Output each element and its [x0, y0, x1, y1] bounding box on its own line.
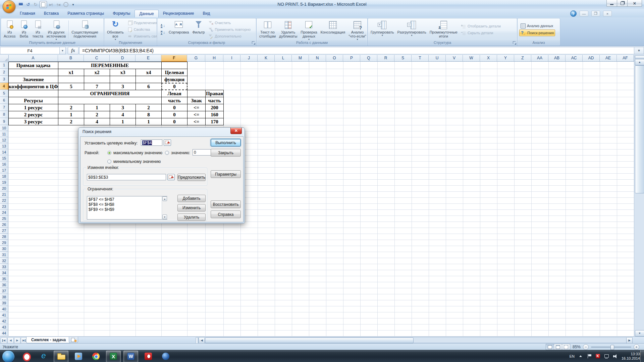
- scroll-up-icon[interactable]: ▲: [635, 59, 644, 65]
- cell-d9[interactable]: 1: [110, 118, 136, 125]
- cell-h6[interactable]: часть: [205, 97, 224, 104]
- row-header-34[interactable]: 34: [0, 270, 8, 276]
- constraint-item[interactable]: $F$8 <= $H$8: [89, 202, 167, 207]
- taskbar-button-excel[interactable]: [106, 351, 121, 362]
- cell-b8[interactable]: 1: [58, 111, 84, 118]
- row-header-30[interactable]: 30: [0, 246, 8, 252]
- column-header-q[interactable]: Q: [360, 55, 377, 62]
- office-button[interactable]: [3, 0, 15, 13]
- cell-f9[interactable]: 0: [161, 118, 187, 125]
- cell-a2[interactable]: [8, 69, 58, 76]
- row-header-42[interactable]: 42: [0, 318, 8, 324]
- taskbar-button-word[interactable]: [123, 351, 138, 362]
- change-constraint-button[interactable]: Изменить: [177, 204, 206, 212]
- cell-d8[interactable]: 4: [110, 111, 136, 118]
- column-header-af[interactable]: AF: [617, 55, 634, 62]
- options-button[interactable]: Параметры: [211, 170, 241, 178]
- radio-value[interactable]: [165, 151, 169, 155]
- row-header-36[interactable]: 36: [0, 282, 8, 288]
- cell-f5[interactable]: Левая: [161, 90, 187, 97]
- row-header-26[interactable]: 26: [0, 222, 8, 228]
- row-header-19[interactable]: 19: [0, 179, 8, 185]
- row-header-27[interactable]: 27: [0, 228, 8, 234]
- row-header-21[interactable]: 21: [0, 191, 8, 197]
- row-header-5[interactable]: 5: [0, 90, 8, 97]
- cell-h9[interactable]: 170: [205, 118, 224, 125]
- cell-g6[interactable]: Знак: [187, 97, 206, 104]
- horizontal-scroll-track[interactable]: [205, 337, 626, 343]
- ribbon-tab-вид[interactable]: Вид: [198, 10, 214, 17]
- zoom-out-icon[interactable]: −: [583, 344, 589, 350]
- ribbon-button-sort-az[interactable]: [159, 23, 166, 29]
- cell-a3[interactable]: Значение: [8, 76, 58, 83]
- ribbon-button-обновить-все[interactable]: Обновитьвсе▾: [105, 19, 125, 40]
- name-box[interactable]: F4: [0, 47, 60, 54]
- cell-e4[interactable]: 6: [136, 83, 162, 90]
- language-indicator[interactable]: EN: [570, 354, 575, 358]
- cell-g7[interactable]: <=: [187, 104, 206, 111]
- solver-dialog[interactable]: Поиск решения ✕ Установить целевую ячейк…: [78, 127, 245, 224]
- cell-f1[interactable]: [161, 62, 187, 69]
- row-header-44[interactable]: 44: [0, 330, 8, 336]
- cell-e8[interactable]: 8: [136, 111, 162, 118]
- cell-g8[interactable]: <=: [187, 111, 206, 118]
- ribbon-button-sort-za[interactable]: [159, 30, 166, 36]
- close-button[interactable]: [627, 0, 642, 7]
- row-header-20[interactable]: 20: [0, 185, 8, 191]
- ribbon-button-удалить-дубликаты[interactable]: Удалитьдубликаты: [277, 19, 299, 40]
- row-header-31[interactable]: 31: [0, 252, 8, 258]
- ribbon-button-из-веба[interactable]: ИзВеба: [17, 19, 31, 40]
- add-constraint-button[interactable]: Добавить: [177, 195, 206, 202]
- formula-input[interactable]: =СУММПРОИЗВ(B$3:E$3;B4:E4): [79, 47, 634, 54]
- ribbon-tab-рецензирование[interactable]: Рецензирование: [159, 10, 199, 17]
- volume-icon[interactable]: [613, 354, 618, 359]
- cell-c2[interactable]: x2: [84, 69, 110, 76]
- constraints-list[interactable]: $F$7 <= $H$7$F$8 <= $H$8$F$9 <= $H$9: [87, 196, 167, 220]
- ribbon-tab-формулы[interactable]: Формулы: [108, 10, 135, 17]
- taskbar-button-chrome[interactable]: [89, 351, 103, 362]
- column-header-f[interactable]: F: [161, 55, 187, 62]
- column-header-i[interactable]: I: [223, 55, 240, 62]
- scroll-right-icon[interactable]: ▶: [626, 337, 633, 344]
- column-header-g[interactable]: G: [187, 55, 205, 62]
- ribbon-button-из-текста[interactable]: Изтекста: [31, 19, 45, 40]
- row-header-9[interactable]: 9: [0, 118, 8, 125]
- column-header-l[interactable]: L: [275, 55, 292, 62]
- column-header-h[interactable]: H: [205, 55, 223, 62]
- ribbon-button-группировать[interactable]: Группировать▾: [369, 19, 396, 40]
- cell-b5[interactable]: ОГРАНИЧЕНИЯ: [58, 90, 162, 97]
- ribbon-button-анализ-что-если[interactable]: Анализ"что-если"▾: [347, 19, 368, 40]
- cell-f8[interactable]: 0: [161, 111, 187, 118]
- column-header-v[interactable]: V: [446, 55, 463, 62]
- column-header-w[interactable]: W: [463, 55, 480, 62]
- range-picker-icon[interactable]: [164, 139, 171, 146]
- column-header-a[interactable]: A: [8, 55, 58, 62]
- ribbon-button-сортировка[interactable]: Сортировка: [167, 19, 191, 40]
- help-icon[interactable]: ?: [570, 10, 577, 17]
- ribbon-button-промежуточные-итоги[interactable]: Промежуточныеитоги: [428, 19, 459, 40]
- column-header-p[interactable]: P: [343, 55, 360, 62]
- show-desktop-button[interactable]: [640, 350, 644, 362]
- row-header-7[interactable]: 7: [0, 104, 8, 111]
- select-all-corner[interactable]: [0, 55, 9, 62]
- column-header-z[interactable]: Z: [514, 55, 531, 62]
- column-header-t[interactable]: T: [412, 55, 429, 62]
- expand-formula-bar-icon[interactable]: ▼: [634, 47, 644, 54]
- workbook-minimize-button[interactable]: —: [580, 11, 588, 16]
- restore-button[interactable]: [617, 0, 628, 7]
- column-header-k[interactable]: K: [258, 55, 275, 62]
- row-header-15[interactable]: 15: [0, 155, 8, 161]
- constraint-item[interactable]: $F$9 <= $H$9: [89, 207, 167, 212]
- ribbon-button-проверка-данных[interactable]: Проверкаданных▾: [299, 19, 319, 40]
- cell-c4[interactable]: 7: [84, 83, 110, 90]
- scroll-down-icon[interactable]: ▼: [635, 330, 644, 337]
- vertical-scroll-thumb[interactable]: [635, 65, 644, 193]
- cell-a8[interactable]: 2 ресурс: [8, 111, 58, 118]
- row-header-39[interactable]: 39: [0, 300, 8, 306]
- column-header-m[interactable]: M: [292, 55, 309, 62]
- row-header-6[interactable]: 6: [0, 97, 8, 104]
- workbook-close-button[interactable]: ×: [603, 11, 612, 16]
- cell-b1[interactable]: ПЕРЕМЕННЫЕ: [58, 62, 162, 69]
- clock[interactable]: 13:33 16.10.2014: [622, 352, 640, 361]
- column-header-u[interactable]: U: [429, 55, 446, 62]
